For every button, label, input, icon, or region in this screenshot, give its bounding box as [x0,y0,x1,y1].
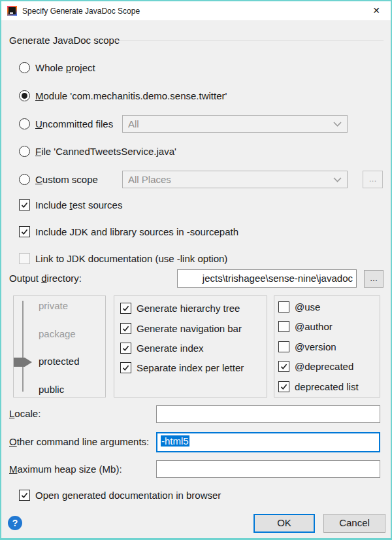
checkbox-checked-icon[interactable] [120,303,131,314]
radio-label: Uncommitted files [35,118,113,129]
checkbox-label: Include JDK and library sources in -sour… [35,226,238,237]
selected-text: -html5 [161,435,189,447]
checkbox-label: @use [295,301,320,312]
custom-scope-dropdown: All Places [122,171,348,188]
checkbox-checked-icon[interactable] [120,362,131,373]
checkbox-open-in-browser[interactable]: Open generated documentation in browser [19,489,221,501]
slider-label-protected[interactable]: protected [39,356,80,367]
checkbox-label: Include test sources [35,199,122,211]
checkbox-label: Link to JDK documentation (use -link opt… [35,253,227,264]
checkbox-hierarchy-tree[interactable]: Generate hierarchy tree [120,302,240,314]
checkbox-navigation-bar[interactable]: Generate navigation bar [120,322,242,334]
slider-track[interactable] [22,301,24,392]
radio-module[interactable]: Module 'com.mechanitis.demo.sense.twitte… [19,90,227,101]
radio-label: Whole project [35,62,95,73]
checkbox-label: @author [295,321,333,332]
chevron-down-icon [333,177,342,182]
checkbox-unchecked-icon[interactable] [278,321,289,332]
checkbox-checked-icon[interactable] [19,226,30,237]
max-heap-input[interactable] [156,460,380,478]
other-arguments-input[interactable]: -html5 [156,432,380,452]
chevron-down-icon [333,122,342,127]
locale-input[interactable] [156,405,380,423]
checkbox-label: Separate index per letter [137,362,244,373]
checkbox-author-tag[interactable]: @author [278,320,333,332]
uncommitted-files-dropdown: All [122,115,348,133]
slider-label-package[interactable]: package [39,328,76,340]
output-directory-label: Output directory: [9,273,82,284]
checkbox-include-jdk-sources[interactable]: Include JDK and library sources in -sour… [19,226,238,237]
checkbox-label: @version [295,341,336,352]
checkbox-checked-icon[interactable] [278,381,289,392]
locale-label: Locale: [9,408,41,420]
radio-whole-project[interactable]: Whole project [19,61,95,73]
checkbox-disabled-icon [19,253,30,264]
radio-file[interactable]: File 'CannedTweetsService.java' [19,145,176,157]
output-directory-input[interactable]: jects\trishagee\sense-nine\javadoc [177,269,357,288]
ok-button[interactable]: OK [253,514,315,533]
checkbox-label: @deprecated [295,361,353,372]
close-icon[interactable]: ✕ [368,3,384,18]
checkbox-label: deprecated list [295,381,359,392]
checkbox-label: Generate index [137,343,204,354]
javadoc-scope-dialog: Specify Generate JavaDoc Scope ✕ Generat… [0,0,392,540]
dropdown-value: All [128,118,333,129]
radio-label: File 'CannedTweetsService.java' [35,146,176,157]
max-heap-label: Maximum heap size (Mb): [9,464,122,475]
checkbox-label: Generate hierarchy tree [137,303,240,314]
checkbox-generate-index[interactable]: Generate index [120,342,204,354]
checkbox-link-jdk-docs: Link to JDK documentation (use -link opt… [19,252,227,264]
checkbox-unchecked-icon[interactable] [278,341,289,352]
dropdown-value: All Places [128,174,333,185]
radio-icon[interactable] [19,62,30,73]
checkbox-checked-icon[interactable] [120,323,131,334]
checkbox-checked-icon[interactable] [120,343,131,354]
other-arguments-label: Other command line arguments: [9,436,149,448]
intellij-app-icon [7,6,17,16]
checkbox-deprecated-list[interactable]: deprecated list [278,380,359,392]
checkbox-deprecated-tag[interactable]: @deprecated [278,360,353,372]
checkbox-checked-icon[interactable] [19,490,30,501]
scope-section-title: Generate JavaDoc scope [9,35,120,46]
checkbox-version-tag[interactable]: @version [278,341,336,352]
checkbox-checked-icon[interactable] [278,361,289,372]
radio-label: Custom scope [35,174,98,185]
radio-custom-scope[interactable]: Custom scope [19,173,98,185]
help-icon[interactable]: ? [8,516,22,530]
radio-icon[interactable] [19,118,30,129]
section-separator [114,41,384,41]
checkbox-include-test-sources[interactable]: Include test sources [19,199,122,211]
radio-label: Module 'com.mechanitis.demo.sense.twitte… [35,90,227,101]
title-bar: Specify Generate JavaDoc Scope ✕ [1,1,391,20]
radio-icon[interactable] [19,174,30,185]
checkbox-use-tag[interactable]: @use [278,301,320,312]
checkbox-separate-index[interactable]: Separate index per letter [120,362,244,373]
radio-uncommitted-files[interactable]: Uncommitted files [19,118,113,129]
window-title: Specify Generate JavaDoc Scope [22,7,140,16]
checkbox-label: Open generated documentation in browser [35,490,221,501]
cancel-button[interactable]: Cancel [323,514,385,533]
checkbox-unchecked-icon[interactable] [278,301,289,312]
slider-label-private[interactable]: private [39,300,68,312]
custom-scope-browse-button: ... [363,171,383,188]
slider-label-public[interactable]: public [39,384,64,396]
output-directory-browse-button[interactable]: ... [364,270,384,288]
checkbox-label: Generate navigation bar [137,323,242,334]
radio-icon[interactable] [19,146,30,157]
radio-selected-icon[interactable] [19,90,30,101]
checkbox-checked-icon[interactable] [19,199,30,211]
